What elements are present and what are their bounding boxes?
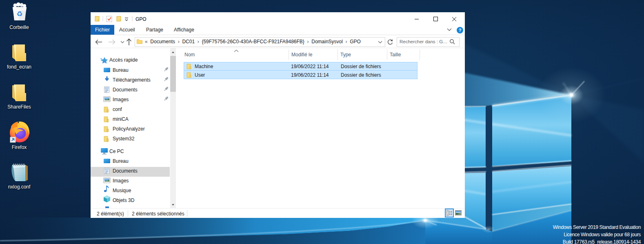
svg-text:System32: System32 [113, 136, 135, 142]
svg-text:Images: Images [113, 97, 129, 102]
svg-text:Documents: Documents [113, 87, 138, 93]
svg-text:Documents: Documents [113, 168, 138, 174]
svg-text:Musique: Musique [113, 188, 131, 193]
svg-text:♻: ♻ [16, 10, 22, 18]
svg-text:miniCA: miniCA [113, 116, 129, 122]
svg-text:conf: conf [113, 106, 122, 112]
svg-text:Bureau: Bureau [113, 158, 129, 164]
svg-text:Objets 3D: Objets 3D [113, 197, 135, 203]
svg-text:Ce PC: Ce PC [109, 149, 124, 154]
svg-text:Images: Images [113, 178, 129, 184]
svg-text:Téléchargements: Téléchargements [113, 77, 151, 83]
svg-text:Accès rapide: Accès rapide [109, 57, 138, 63]
svg-text:Bureau: Bureau [113, 67, 129, 73]
svg-text:PolicyAnalyzer: PolicyAnalyzer [113, 126, 145, 132]
